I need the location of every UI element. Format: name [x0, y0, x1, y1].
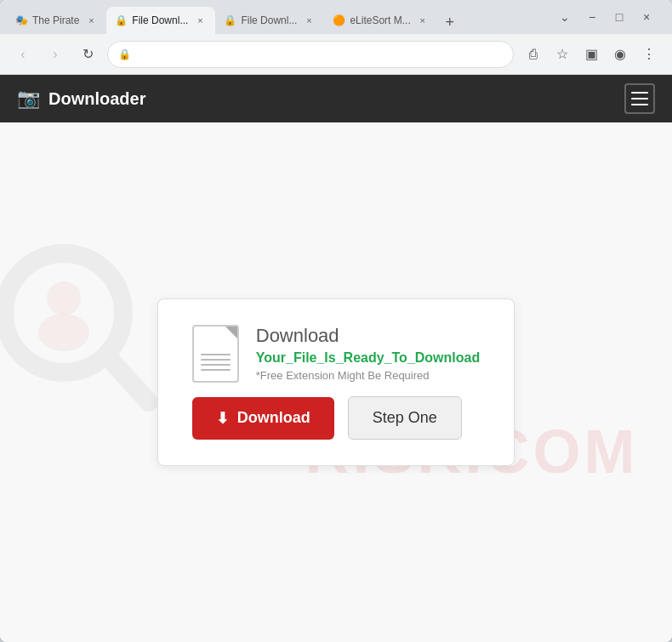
svg-point-2 — [47, 281, 81, 315]
tab-pirate-label: The Pirate — [32, 14, 79, 26]
hamburger-menu-button[interactable] — [624, 83, 655, 114]
step-one-button[interactable]: Step One — [348, 396, 462, 440]
address-input[interactable]: 🔒 — [107, 41, 514, 68]
maximize-button[interactable]: □ — [607, 5, 631, 29]
account-icon[interactable]: ◉ — [607, 42, 633, 67]
camera-icon: 📷 — [17, 88, 40, 110]
browser-window: 🎭 The Pirate × 🔒 File Downl... × 🔒 File … — [0, 0, 672, 642]
svg-line-1 — [109, 358, 149, 402]
navbar-brand: 📷 Downloader — [17, 88, 145, 110]
download-button[interactable]: ⬇ Download — [192, 397, 334, 440]
tab-file-downl-2-close[interactable]: × — [302, 14, 316, 27]
bookmark-icon[interactable]: ☆ — [550, 42, 575, 67]
chevron-down-icon[interactable]: ⌄ — [553, 5, 577, 29]
tab-file-downl-2[interactable]: 🔒 File Downl... × — [215, 7, 324, 34]
tab-pirate-close[interactable]: × — [84, 14, 98, 27]
tab-file-downl-1-label: File Downl... — [132, 14, 188, 26]
action-row: ⬇ Download Step One — [192, 396, 480, 440]
tab-pirate-favicon: 🎭 — [15, 14, 27, 26]
site-navbar: 📷 Downloader — [0, 75, 672, 122]
file-icon-line-4 — [201, 369, 231, 371]
magnifier-watermark-icon — [0, 241, 162, 419]
navbar-brand-label: Downloader — [48, 89, 145, 109]
main-area: RISK.COM Download — [0, 122, 672, 642]
tab-elitesort[interactable]: 🟠 eLiteSort M... × — [324, 7, 437, 34]
tab-file-downl-1[interactable]: 🔒 File Downl... × — [106, 7, 215, 34]
tab-elitesort-favicon: 🟠 — [333, 14, 345, 26]
tab-file-downl-2-label: File Downl... — [241, 14, 297, 26]
tab-file-downl-1-close[interactable]: × — [193, 14, 207, 27]
hamburger-line-2 — [631, 98, 648, 99]
file-icon-line-1 — [201, 354, 231, 355]
more-options-icon[interactable]: ⋮ — [636, 42, 662, 67]
share-icon[interactable]: ⎙ — [521, 42, 546, 67]
download-icon: ⬇ — [216, 409, 229, 428]
file-icon-line-3 — [201, 364, 231, 366]
download-title: Download — [256, 325, 480, 347]
tabs-area: 🎭 The Pirate × 🔒 File Downl... × 🔒 File … — [7, 0, 553, 34]
refresh-button[interactable]: ↻ — [75, 42, 100, 67]
tab-elitesort-label: eLiteSort M... — [350, 14, 410, 26]
svg-point-3 — [38, 314, 89, 351]
tab-file-downl-2-favicon: 🔒 — [224, 14, 236, 26]
sidebar-toggle-icon[interactable]: ▣ — [578, 42, 604, 67]
window-controls: ⌄ − □ × — [553, 5, 665, 29]
tab-file-downl-1-favicon: 🔒 — [115, 14, 127, 26]
file-details: Download Your_File_Is_Ready_To_Download … — [256, 325, 480, 382]
hamburger-line-1 — [631, 92, 648, 94]
svg-point-0 — [4, 253, 123, 372]
file-icon-lines — [201, 354, 231, 371]
forward-button[interactable]: › — [43, 42, 68, 67]
address-bar: ‹ › ↻ 🔒 ⎙ ☆ ▣ ◉ ⋮ — [0, 34, 672, 75]
toolbar-right: ⎙ ☆ ▣ ◉ ⋮ — [521, 42, 662, 67]
file-note: *Free Extension Might Be Required — [256, 369, 480, 382]
close-button[interactable]: × — [635, 5, 658, 29]
download-button-label: Download — [237, 409, 310, 427]
filename-label: Your_File_Is_Ready_To_Download — [256, 350, 480, 366]
tab-pirate[interactable]: 🎭 The Pirate × — [7, 7, 106, 34]
hamburger-line-3 — [631, 104, 648, 105]
download-card: Download Your_File_Is_Ready_To_Download … — [157, 298, 515, 466]
file-info-row: Download Your_File_Is_Ready_To_Download … — [192, 325, 480, 383]
back-button[interactable]: ‹ — [10, 42, 36, 67]
file-icon-line-2 — [201, 359, 231, 361]
file-icon — [192, 325, 239, 383]
tab-elitesort-close[interactable]: × — [416, 14, 430, 27]
minimize-button[interactable]: − — [580, 5, 604, 29]
lock-icon: 🔒 — [118, 48, 131, 60]
title-bar: 🎭 The Pirate × 🔒 File Downl... × 🔒 File … — [0, 0, 672, 34]
new-tab-button[interactable]: + — [438, 10, 462, 34]
page-content: 📷 Downloader — [0, 75, 672, 642]
